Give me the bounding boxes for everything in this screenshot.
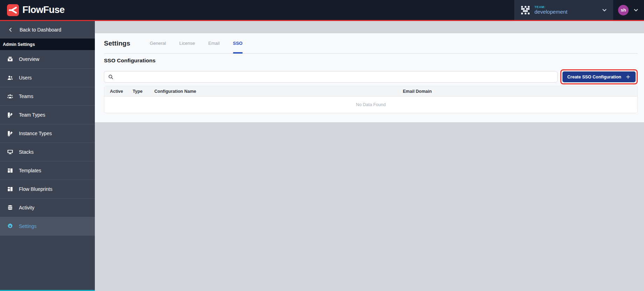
search-box[interactable] (104, 71, 558, 83)
section-title: SSO Configurations (104, 57, 638, 64)
table-header-row: Active Type Configuration Name Email Dom… (104, 86, 637, 97)
sidebar-item-label: Stacks (19, 149, 34, 155)
settings-panel: Settings General License Email SSO SSO C… (95, 33, 644, 122)
tab-license[interactable]: License (179, 33, 195, 53)
tab-email[interactable]: Email (208, 33, 220, 53)
settings-tabs: General License Email SSO (150, 33, 243, 53)
brand-title: FlowFuse (22, 5, 65, 15)
swatch-icon (7, 112, 13, 118)
sidebar-item-label: Settings (19, 223, 37, 229)
sidebar-item-settings[interactable]: Settings (0, 217, 95, 236)
table-empty-state: No Data Found (104, 97, 637, 113)
sidebar-item-overview[interactable]: Overview (0, 50, 95, 69)
sidebar-item-label: Teams (19, 93, 33, 99)
flowfuse-merge-glyph (8, 6, 18, 15)
layout-grid-icon (7, 186, 13, 192)
sidebar-item-label: Team Types (19, 112, 45, 118)
monitor-icon (7, 149, 13, 155)
team-avatar-icon (520, 5, 530, 15)
top-header: FlowFuse TEAM: developement sh (0, 0, 644, 20)
sidebar-item-label: Templates (19, 168, 41, 173)
page-title: Settings (104, 40, 130, 47)
overview-icon (7, 56, 13, 62)
layout-grid-icon (7, 167, 13, 174)
team-name: developement (534, 9, 567, 15)
sidebar-item-teams[interactable]: Teams (0, 87, 95, 106)
sso-configurations-table: Active Type Configuration Name Email Dom… (104, 86, 638, 113)
sidebar-item-label: Instance Types (19, 131, 52, 136)
sidebar-item-label: Flow Blueprints (19, 186, 52, 192)
header-accent-line (0, 20, 644, 21)
user-avatar[interactable]: sh (618, 5, 629, 15)
column-header-configuration-name: Configuration Name (154, 89, 403, 94)
column-header-type: Type (133, 89, 154, 94)
users-icon (7, 75, 13, 81)
tab-sso[interactable]: SSO (233, 33, 243, 53)
search-input[interactable] (117, 74, 554, 79)
sidebar-item-templates[interactable]: Templates (0, 161, 95, 180)
search-icon (108, 74, 114, 80)
chevron-down-icon (601, 7, 608, 13)
back-to-dashboard-button[interactable]: Back to Dashboard (0, 21, 95, 39)
create-sso-configuration-label: Create SSO Configuration (567, 75, 621, 79)
teams-icon (7, 93, 13, 99)
sidebar-item-team-types[interactable]: Team Types (0, 106, 95, 124)
swatch-icon (7, 130, 13, 137)
plus-icon (625, 74, 631, 79)
chevron-left-icon (8, 27, 13, 33)
highlight-annotation-box: Create SSO Configuration (560, 69, 638, 84)
sso-toolbar: Create SSO Configuration (104, 69, 638, 84)
back-to-dashboard-label: Back to Dashboard (20, 27, 61, 33)
sidebar-section-header: Admin Settings (0, 39, 95, 50)
tab-general[interactable]: General (150, 33, 166, 53)
column-header-active: Active (110, 89, 133, 94)
sidebar-item-users[interactable]: Users (0, 69, 95, 87)
sidebar-item-label: Overview (19, 56, 39, 62)
team-selector[interactable]: TEAM: developement (514, 0, 613, 20)
sidebar-item-stacks[interactable]: Stacks (0, 143, 95, 161)
create-sso-configuration-button[interactable]: Create SSO Configuration (562, 71, 636, 82)
sidebar-item-flow-blueprints[interactable]: Flow Blueprints (0, 180, 95, 199)
flowfuse-logo-icon[interactable] (7, 4, 19, 16)
main-area: Settings General License Email SSO SSO C… (95, 21, 644, 291)
sidebar-item-label: Activity (19, 205, 34, 210)
gear-icon (7, 223, 13, 229)
user-menu[interactable]: sh (613, 0, 644, 20)
settings-title-row: Settings General License Email SSO (104, 33, 638, 54)
database-icon (7, 205, 13, 211)
sidebar-item-activity[interactable]: Activity (0, 199, 95, 217)
sidebar-item-label: Users (19, 75, 32, 81)
column-header-email-domain: Email Domain (403, 89, 637, 94)
sidebar: Back to Dashboard Admin Settings Overvie… (0, 21, 95, 291)
team-label: TEAM: (534, 5, 567, 9)
sidebar-item-instance-types[interactable]: Instance Types (0, 124, 95, 143)
chevron-down-icon[interactable] (633, 7, 639, 13)
